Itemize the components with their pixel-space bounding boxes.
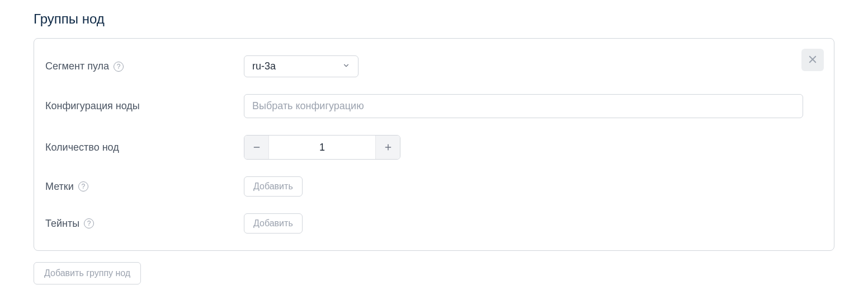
- add-taint-button[interactable]: Добавить: [244, 213, 303, 234]
- plus-icon: [384, 141, 392, 154]
- taints-label-text: Тейнты: [45, 218, 79, 230]
- add-label-button[interactable]: Добавить: [244, 176, 303, 197]
- pool-segment-select[interactable]: ru-3a: [244, 55, 358, 77]
- node-config-input[interactable]: [244, 94, 803, 118]
- decrement-button[interactable]: [244, 136, 269, 159]
- node-count-stepper: 1: [244, 135, 400, 160]
- remove-group-button[interactable]: [801, 49, 824, 71]
- pool-segment-label: Сегмент пула ?: [45, 60, 244, 72]
- pool-segment-row: Сегмент пула ? ru-3a: [45, 55, 812, 77]
- section-title: Группы нод: [34, 11, 834, 27]
- help-icon[interactable]: ?: [114, 62, 124, 72]
- node-config-row: Конфигурация ноды: [45, 94, 812, 118]
- pool-segment-label-text: Сегмент пула: [45, 60, 109, 72]
- node-config-label-text: Конфигурация ноды: [45, 100, 140, 112]
- node-config-label: Конфигурация ноды: [45, 100, 244, 112]
- taints-label: Тейнты ?: [45, 218, 244, 230]
- labels-row: Метки ? Добавить: [45, 176, 812, 197]
- taints-row: Тейнты ? Добавить: [45, 213, 812, 234]
- increment-button[interactable]: [375, 136, 400, 159]
- node-count-value: 1: [269, 136, 375, 159]
- labels-label: Метки ?: [45, 181, 244, 193]
- node-count-row: Количество нод 1: [45, 135, 812, 160]
- help-icon[interactable]: ?: [84, 218, 94, 228]
- labels-label-text: Метки: [45, 181, 74, 193]
- minus-icon: [253, 141, 261, 154]
- add-node-group-button[interactable]: Добавить группу нод: [34, 262, 141, 284]
- close-icon: [808, 54, 818, 66]
- node-group-card: Сегмент пула ? ru-3a Конфигурация ноды К…: [34, 38, 834, 251]
- pool-segment-value: ru-3a: [252, 60, 276, 72]
- help-icon[interactable]: ?: [78, 181, 88, 192]
- node-count-label: Количество нод: [45, 142, 244, 153]
- chevron-down-icon: [342, 60, 350, 72]
- node-count-label-text: Количество нод: [45, 142, 119, 153]
